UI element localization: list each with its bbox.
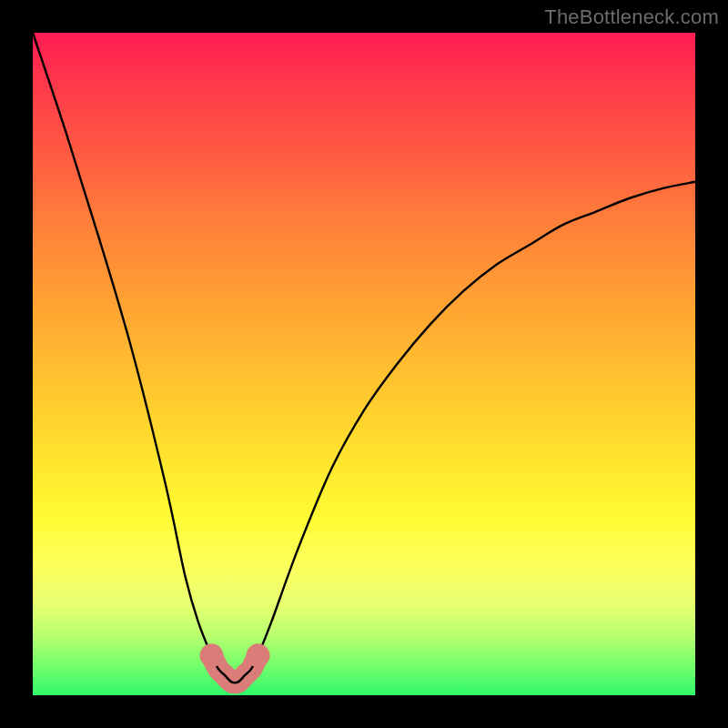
chart-frame: TheBottleneck.com <box>0 0 728 728</box>
highlight-dot <box>247 643 270 667</box>
attribution-text: TheBottleneck.com <box>544 5 719 29</box>
chart-plot-area <box>33 33 695 695</box>
highlight-dots <box>200 643 270 667</box>
bottleneck-curve <box>33 33 695 682</box>
chart-svg <box>33 33 695 695</box>
highlight-dot <box>200 643 224 667</box>
